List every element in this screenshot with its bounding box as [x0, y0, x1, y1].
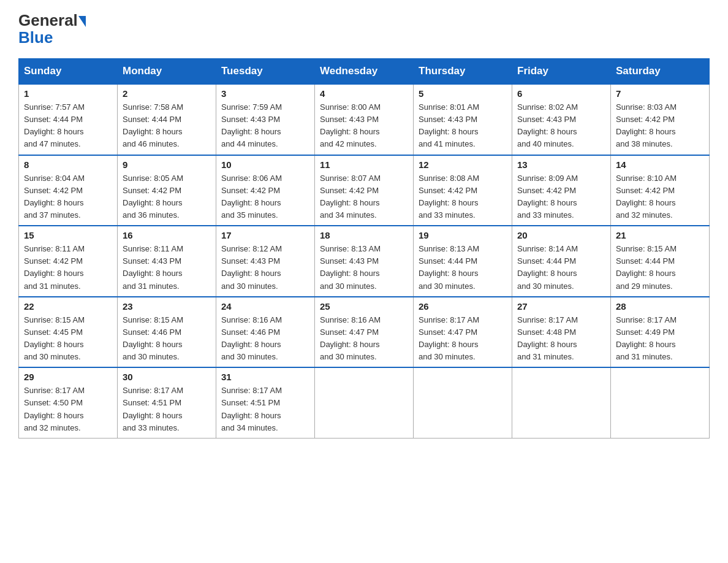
- day-info: Sunrise: 8:11 AMSunset: 4:42 PMDaylight:…: [24, 243, 112, 293]
- day-number: 29: [24, 372, 112, 382]
- page-header: General Blue: [18, 12, 710, 47]
- day-number: 7: [616, 88, 704, 99]
- calendar-header-thursday: Thursday: [414, 59, 512, 85]
- calendar-cell: 26Sunrise: 8:17 AMSunset: 4:47 PMDayligh…: [414, 297, 512, 368]
- calendar-cell: 2Sunrise: 7:58 AMSunset: 4:44 PMDaylight…: [118, 84, 216, 155]
- day-number: 12: [419, 159, 507, 170]
- day-number: 21: [616, 230, 704, 240]
- calendar-cell: 4Sunrise: 8:00 AMSunset: 4:43 PMDaylight…: [315, 84, 414, 155]
- day-info: Sunrise: 8:16 AMSunset: 4:47 PMDaylight:…: [320, 314, 408, 364]
- day-number: 30: [123, 372, 211, 382]
- calendar-cell: 31Sunrise: 8:17 AMSunset: 4:51 PMDayligh…: [216, 367, 315, 438]
- calendar-cell: [414, 367, 512, 438]
- day-info: Sunrise: 8:12 AMSunset: 4:43 PMDaylight:…: [221, 243, 309, 293]
- day-info: Sunrise: 8:07 AMSunset: 4:42 PMDaylight:…: [320, 172, 408, 222]
- calendar-week-row-4: 22Sunrise: 8:15 AMSunset: 4:45 PMDayligh…: [19, 297, 710, 368]
- calendar-cell: [611, 367, 710, 438]
- day-number: 26: [419, 301, 507, 312]
- calendar-header-saturday: Saturday: [611, 59, 710, 85]
- day-number: 13: [517, 159, 605, 170]
- logo-triangle-icon: [78, 16, 86, 27]
- day-number: 3: [221, 88, 309, 99]
- calendar-cell: 5Sunrise: 8:01 AMSunset: 4:43 PMDaylight…: [414, 84, 512, 155]
- calendar-header-monday: Monday: [118, 59, 216, 85]
- day-info: Sunrise: 8:10 AMSunset: 4:42 PMDaylight:…: [616, 172, 704, 222]
- day-info: Sunrise: 8:01 AMSunset: 4:43 PMDaylight:…: [419, 101, 507, 151]
- day-info: Sunrise: 7:58 AMSunset: 4:44 PMDaylight:…: [123, 101, 211, 151]
- calendar-cell: 16Sunrise: 8:11 AMSunset: 4:43 PMDayligh…: [118, 226, 216, 297]
- day-info: Sunrise: 8:16 AMSunset: 4:46 PMDaylight:…: [221, 314, 309, 364]
- day-number: 18: [320, 230, 408, 240]
- day-info: Sunrise: 8:17 AMSunset: 4:47 PMDaylight:…: [419, 314, 507, 364]
- day-info: Sunrise: 8:13 AMSunset: 4:43 PMDaylight:…: [320, 243, 408, 293]
- calendar-cell: 20Sunrise: 8:14 AMSunset: 4:44 PMDayligh…: [512, 226, 611, 297]
- day-number: 8: [24, 159, 112, 170]
- day-info: Sunrise: 8:08 AMSunset: 4:42 PMDaylight:…: [419, 172, 507, 222]
- day-number: 19: [419, 230, 507, 240]
- calendar-cell: 25Sunrise: 8:16 AMSunset: 4:47 PMDayligh…: [315, 297, 414, 368]
- day-number: 6: [517, 88, 605, 99]
- calendar-cell: 24Sunrise: 8:16 AMSunset: 4:46 PMDayligh…: [216, 297, 315, 368]
- calendar-cell: 14Sunrise: 8:10 AMSunset: 4:42 PMDayligh…: [611, 155, 710, 226]
- calendar-header-row: SundayMondayTuesdayWednesdayThursdayFrid…: [19, 59, 710, 85]
- day-info: Sunrise: 8:09 AMSunset: 4:42 PMDaylight:…: [517, 172, 605, 222]
- calendar-cell: 29Sunrise: 8:17 AMSunset: 4:50 PMDayligh…: [19, 367, 118, 438]
- day-number: 28: [616, 301, 704, 312]
- day-number: 22: [24, 301, 112, 312]
- calendar-cell: 28Sunrise: 8:17 AMSunset: 4:49 PMDayligh…: [611, 297, 710, 368]
- day-info: Sunrise: 8:15 AMSunset: 4:46 PMDaylight:…: [123, 314, 211, 364]
- day-info: Sunrise: 8:06 AMSunset: 4:42 PMDaylight:…: [221, 172, 309, 222]
- day-number: 20: [517, 230, 605, 240]
- day-info: Sunrise: 8:05 AMSunset: 4:42 PMDaylight:…: [123, 172, 211, 222]
- day-number: 4: [320, 88, 408, 99]
- day-number: 15: [24, 230, 112, 240]
- day-number: 1: [24, 88, 112, 99]
- calendar-cell: 8Sunrise: 8:04 AMSunset: 4:42 PMDaylight…: [19, 155, 118, 226]
- calendar-cell: 1Sunrise: 7:57 AMSunset: 4:44 PMDaylight…: [19, 84, 118, 155]
- logo: General Blue: [18, 12, 87, 47]
- calendar-cell: [512, 367, 611, 438]
- day-info: Sunrise: 8:15 AMSunset: 4:44 PMDaylight:…: [616, 243, 704, 293]
- calendar-week-row-2: 8Sunrise: 8:04 AMSunset: 4:42 PMDaylight…: [19, 155, 710, 226]
- calendar-cell: 23Sunrise: 8:15 AMSunset: 4:46 PMDayligh…: [118, 297, 216, 368]
- day-number: 25: [320, 301, 408, 312]
- calendar-cell: 27Sunrise: 8:17 AMSunset: 4:48 PMDayligh…: [512, 297, 611, 368]
- day-info: Sunrise: 8:15 AMSunset: 4:45 PMDaylight:…: [24, 314, 112, 364]
- calendar-cell: 7Sunrise: 8:03 AMSunset: 4:42 PMDaylight…: [611, 84, 710, 155]
- calendar-cell: 10Sunrise: 8:06 AMSunset: 4:42 PMDayligh…: [216, 155, 315, 226]
- day-info: Sunrise: 8:14 AMSunset: 4:44 PMDaylight:…: [517, 243, 605, 293]
- logo-general-text: General: [18, 12, 78, 28]
- calendar-cell: 17Sunrise: 8:12 AMSunset: 4:43 PMDayligh…: [216, 226, 315, 297]
- day-info: Sunrise: 8:03 AMSunset: 4:42 PMDaylight:…: [616, 101, 704, 151]
- calendar-week-row-5: 29Sunrise: 8:17 AMSunset: 4:50 PMDayligh…: [19, 367, 710, 438]
- day-number: 17: [221, 230, 309, 240]
- day-number: 11: [320, 159, 408, 170]
- calendar-header-sunday: Sunday: [19, 59, 118, 85]
- calendar-cell: 21Sunrise: 8:15 AMSunset: 4:44 PMDayligh…: [611, 226, 710, 297]
- calendar-header-tuesday: Tuesday: [216, 59, 315, 85]
- day-number: 16: [123, 230, 211, 240]
- calendar-cell: 30Sunrise: 8:17 AMSunset: 4:51 PMDayligh…: [118, 367, 216, 438]
- calendar-cell: 15Sunrise: 8:11 AMSunset: 4:42 PMDayligh…: [19, 226, 118, 297]
- calendar-cell: 6Sunrise: 8:02 AMSunset: 4:43 PMDaylight…: [512, 84, 611, 155]
- calendar-cell: 19Sunrise: 8:13 AMSunset: 4:44 PMDayligh…: [414, 226, 512, 297]
- calendar-cell: 9Sunrise: 8:05 AMSunset: 4:42 PMDaylight…: [118, 155, 216, 226]
- calendar-header-wednesday: Wednesday: [315, 59, 414, 85]
- day-info: Sunrise: 8:17 AMSunset: 4:51 PMDaylight:…: [221, 385, 309, 434]
- day-info: Sunrise: 8:00 AMSunset: 4:43 PMDaylight:…: [320, 101, 408, 151]
- day-info: Sunrise: 7:59 AMSunset: 4:43 PMDaylight:…: [221, 101, 309, 151]
- calendar-week-row-1: 1Sunrise: 7:57 AMSunset: 4:44 PMDaylight…: [19, 84, 710, 155]
- day-number: 5: [419, 88, 507, 99]
- day-number: 14: [616, 159, 704, 170]
- calendar-cell: [315, 367, 414, 438]
- day-number: 10: [221, 159, 309, 170]
- calendar-header-friday: Friday: [512, 59, 611, 85]
- day-number: 24: [221, 301, 309, 312]
- calendar-cell: 22Sunrise: 8:15 AMSunset: 4:45 PMDayligh…: [19, 297, 118, 368]
- day-number: 9: [123, 159, 211, 170]
- day-info: Sunrise: 8:11 AMSunset: 4:43 PMDaylight:…: [123, 243, 211, 293]
- day-number: 31: [221, 372, 309, 382]
- calendar-cell: 18Sunrise: 8:13 AMSunset: 4:43 PMDayligh…: [315, 226, 414, 297]
- day-info: Sunrise: 8:17 AMSunset: 4:48 PMDaylight:…: [517, 314, 605, 364]
- day-number: 23: [123, 301, 211, 312]
